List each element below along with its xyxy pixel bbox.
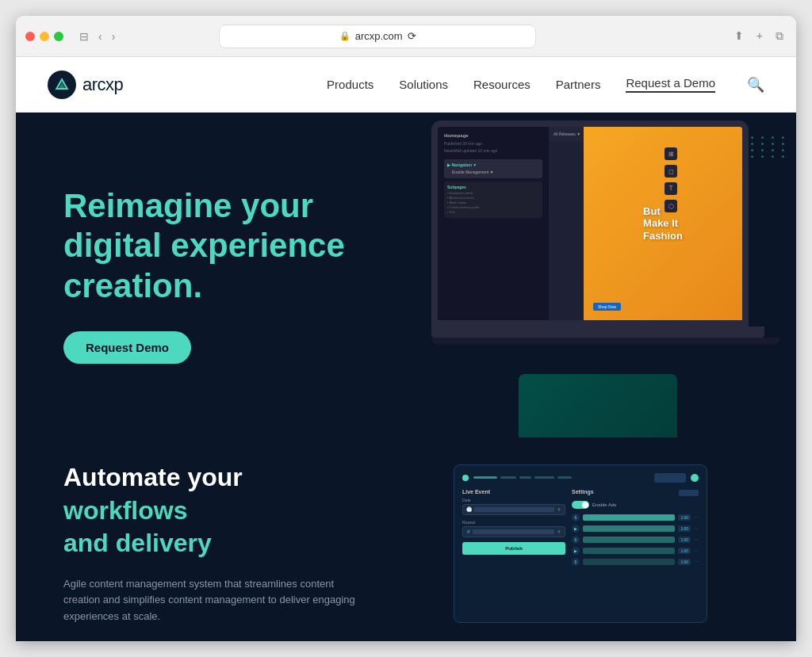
tabs-icon[interactable]: ⧉ <box>772 26 787 46</box>
share-icon[interactable]: ⬆ <box>731 26 747 46</box>
dashboard-left: Live Event Date 🕐 ▼ <box>462 489 565 569</box>
reload-icon[interactable]: ⟳ <box>408 30 416 42</box>
dash-header-dot-2 <box>691 474 699 482</box>
row-tag-1: 1:00 <box>678 514 691 521</box>
settings-header-btn <box>679 490 699 496</box>
row-tag-3: 1:00 <box>678 537 691 543</box>
nav-partners[interactable]: Partners <box>556 78 601 91</box>
workflows-content: Automate your workflowsand delivery Agil… <box>63 461 365 625</box>
laptop-hero-text: ButMake ItFashion <box>643 205 683 243</box>
repeat-input[interactable]: ↺ ▼ <box>462 526 565 537</box>
settings-row-5: $ 1:00 ··· <box>572 558 699 566</box>
close-button[interactable] <box>25 32 35 41</box>
row-bar-1 <box>583 514 675 521</box>
laptop-base <box>431 327 764 338</box>
dash-lines <box>473 476 649 479</box>
row-bar-4 <box>583 548 675 554</box>
laptop-bottom <box>431 338 780 344</box>
publish-button[interactable]: Publish <box>462 542 565 555</box>
hero-section: Reimagine your digital experience creati… <box>16 113 796 437</box>
nav-resources[interactable]: Resources <box>473 78 530 91</box>
row-dots-4: ··· <box>694 548 699 553</box>
nav-request-demo[interactable]: Request a Demo <box>626 76 715 93</box>
dash-line-5 <box>557 476 572 479</box>
enable-ads-toggle[interactable] <box>572 501 589 509</box>
date-label: Date <box>462 498 565 502</box>
workflows-title: Automate your workflowsand delivery <box>63 461 365 560</box>
browser-toolbar-right: ⬆ + ⧉ <box>731 26 787 46</box>
workflows-visual: Live Event Date 🕐 ▼ <box>412 464 749 623</box>
browser-nav-buttons: ⊟ ‹ › <box>76 27 118 46</box>
hero-title: Reimagine your digital experience creati… <box>63 186 396 306</box>
dash-line-1 <box>473 476 497 479</box>
row-dots-3: ··· <box>694 537 699 542</box>
dash-line-2 <box>500 476 516 479</box>
row-bar-3 <box>583 537 675 543</box>
url-text: arcxp.com <box>355 30 403 42</box>
nav-solutions[interactable]: Solutions <box>399 78 448 91</box>
dash-header-btn-1 <box>654 473 686 483</box>
new-tab-icon[interactable]: + <box>753 26 766 46</box>
nav-products[interactable]: Products <box>327 78 373 91</box>
row-icon-3: $ <box>572 536 580 544</box>
settings-header: Settings <box>572 489 699 498</box>
dash-line-4 <box>534 476 554 479</box>
row-icon-1: $ <box>572 514 580 521</box>
website-content: arcxp Products Solutions Resources Partn… <box>16 57 796 641</box>
laptop-sidebar: Homepage Published 30 min ago NewsMall u… <box>438 127 549 320</box>
settings-row-1: $ 1:00 ··· <box>572 514 699 521</box>
dashboard-mockup: Live Event Date 🕐 ▼ <box>454 464 707 623</box>
hero-bg-accent <box>519 374 677 437</box>
browser-toolbar: ⊟ ‹ › 🔒 arcxp.com ⟳ ⬆ + ⧉ <box>16 16 796 57</box>
workflows-section: Automate your workflowsand delivery Agil… <box>16 437 796 641</box>
row-dots-2: ··· <box>694 525 699 531</box>
dash-teal-dot <box>462 475 469 481</box>
address-bar[interactable]: 🔒 arcxp.com ⟳ <box>219 25 536 48</box>
logo-text: arcxp <box>82 74 123 95</box>
maximize-button[interactable] <box>54 32 63 41</box>
sidebar-toggle-icon[interactable]: ⊟ <box>76 27 92 46</box>
row-tag-4: 1:00 <box>678 548 691 554</box>
back-icon[interactable]: ‹ <box>95 27 105 46</box>
dashboard-header <box>462 473 699 483</box>
settings-row-3: $ 1:00 ··· <box>572 536 699 544</box>
forward-icon[interactable]: › <box>109 27 119 46</box>
browser-window: ⊟ ‹ › 🔒 arcxp.com ⟳ ⬆ + ⧉ <box>16 16 796 641</box>
workflows-description: Agile content management system that str… <box>63 576 365 625</box>
repeat-label: Repeat <box>462 520 565 525</box>
settings-title: Settings <box>572 489 594 495</box>
settings-row-2: ▶ 1:00 ··· <box>572 525 699 533</box>
row-dots-1: ··· <box>694 514 699 520</box>
toggle-thumb <box>582 502 588 508</box>
minimize-button[interactable] <box>40 32 49 41</box>
search-icon[interactable]: 🔍 <box>747 76 764 94</box>
row-bar-2 <box>583 525 675 532</box>
logo-icon <box>48 71 76 99</box>
laptop-screen: Homepage Published 30 min ago NewsMall u… <box>431 120 749 327</box>
row-tag-2: 1:00 <box>678 525 691 532</box>
date-field: Date 🕐 ▼ <box>462 498 565 515</box>
laptop-shop-btn: Shop Now <box>593 303 621 311</box>
repeat-field: Repeat ↺ ▼ <box>462 520 565 537</box>
row-icon-4: ▶ <box>572 547 580 555</box>
traffic-lights <box>25 32 63 41</box>
nav-links: Products Solutions Resources Partners Re… <box>327 76 764 94</box>
settings-row-4: ▶ 1:00 ··· <box>572 547 699 555</box>
dashboard-right: Settings Enable Ads <box>572 489 699 569</box>
laptop-main-area: All Releases ▼ Sequences ▼ ButMake ItFas… <box>549 127 742 320</box>
enable-ads-row: Enable Ads <box>572 501 699 509</box>
row-icon-2: ▶ <box>572 525 580 533</box>
dash-line-3 <box>519 476 531 479</box>
dashboard-body: Live Event Date 🕐 ▼ <box>462 489 699 569</box>
hero-content: Reimagine your digital experience creati… <box>63 186 396 364</box>
row-bar-5 <box>583 559 675 565</box>
row-dots-5: ··· <box>694 559 699 564</box>
enable-ads-label: Enable Ads <box>592 502 616 507</box>
lock-icon: 🔒 <box>339 31 350 41</box>
laptop-mockup: Homepage Published 30 min ago NewsMall u… <box>431 120 780 366</box>
request-demo-button[interactable]: Request Demo <box>63 331 191 364</box>
row-icon-5: $ <box>572 558 580 566</box>
logo[interactable]: arcxp <box>48 71 123 99</box>
date-input[interactable]: 🕐 ▼ <box>462 504 565 515</box>
live-event-title: Live Event <box>462 489 565 495</box>
